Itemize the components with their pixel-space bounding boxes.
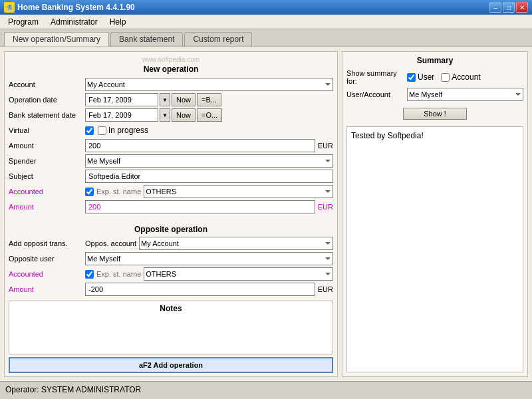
- summary-content: Tested by Softpedia!: [346, 126, 523, 372]
- close-button[interactable]: ✕: [516, 2, 528, 13]
- user-account-label: User/Account: [346, 90, 403, 98]
- show-button[interactable]: Show !: [403, 108, 467, 120]
- title-bar-left: 🏦 Home Banking System 4.4.1.90: [4, 2, 135, 13]
- operation-date-eqb-button[interactable]: =B...: [197, 93, 221, 106]
- amount-currency: EUR: [318, 142, 333, 150]
- tab-bar: New operation/Summary Bank statement Cus…: [0, 29, 532, 47]
- opp-accounted-controls: Exp. st. name OTHERS: [85, 267, 333, 281]
- title-bar: 🏦 Home Banking System 4.4.1.90 – □ ✕: [0, 0, 532, 15]
- accounted-checkbox[interactable]: [85, 188, 94, 196]
- bank-statement-date-row: Bank statement date ▼ Now =O...: [9, 108, 333, 122]
- menu-bar: Program Administrator Help: [0, 15, 532, 29]
- right-panel: Summary Show summary for: User Account U…: [342, 51, 528, 377]
- user-account-select[interactable]: Me Myself: [407, 88, 523, 101]
- tab-new-operation-summary[interactable]: New operation/Summary: [4, 32, 109, 47]
- notes-section: Notes: [9, 301, 333, 354]
- account-checkbox-label: Account: [441, 72, 480, 82]
- opp-accounted-row: Accounted Exp. st. name OTHERS: [9, 267, 333, 281]
- accounted-amount-input[interactable]: [85, 200, 315, 213]
- amount-row: Amount EUR: [9, 139, 333, 152]
- menu-help[interactable]: Help: [104, 16, 132, 28]
- opposite-user-label: Opposite user: [9, 255, 85, 263]
- subject-row: Subject: [9, 170, 333, 183]
- account-row: Account My Account: [9, 78, 333, 91]
- opp-amount-controls: EUR: [85, 283, 333, 296]
- opposite-user-row: Opposite user Me Myself: [9, 252, 333, 265]
- tab-custom-report[interactable]: Custom report: [184, 32, 252, 47]
- app-icon: 🏦: [4, 2, 15, 13]
- user-checkbox[interactable]: [407, 73, 416, 82]
- virtual-checkbox[interactable]: [85, 126, 94, 135]
- subject-input[interactable]: [85, 170, 333, 183]
- accounted-label: Accounted: [9, 188, 85, 196]
- opp-accounted-label: Accounted: [9, 270, 85, 278]
- opp-amount-currency: EUR: [318, 285, 333, 293]
- notes-title: Notes: [12, 304, 330, 313]
- user-label: User: [418, 72, 434, 82]
- opp-exp-st-name-label: Exp. st. name: [96, 270, 141, 278]
- accounted-category-select[interactable]: OTHERS: [144, 185, 333, 198]
- accounted-controls: Exp. st. name OTHERS: [85, 185, 333, 198]
- amount-label: Amount: [9, 142, 85, 150]
- operation-date-controls: ▼ Now =B...: [85, 93, 221, 106]
- in-progress-label: In progress: [98, 126, 148, 135]
- bank-statement-date-controls: ▼ Now =O...: [85, 108, 222, 122]
- summary-text: Tested by Softpedia!: [351, 131, 424, 140]
- opposite-operation-title: Opposite operation: [9, 225, 333, 234]
- spender-row: Spender Me Myself: [9, 154, 333, 168]
- title-bar-buttons: – □ ✕: [489, 2, 528, 13]
- bank-statement-date-dropdown[interactable]: ▼: [160, 108, 170, 122]
- user-checkbox-label: User: [407, 72, 434, 82]
- accounted-row: Accounted Exp. st. name OTHERS: [9, 185, 333, 198]
- account-summary-label: Account: [452, 72, 480, 82]
- operation-date-dropdown[interactable]: ▼: [160, 93, 170, 106]
- account-select[interactable]: My Account: [85, 78, 333, 91]
- operation-date-label: Operation date: [9, 96, 85, 104]
- tab-bank-statement[interactable]: Bank statement: [110, 32, 183, 47]
- show-summary-label: Show summary for:: [346, 69, 403, 85]
- accounted-amount-controls: EUR: [85, 200, 333, 213]
- add-operation-button[interactable]: aF2 Add operation: [9, 357, 333, 373]
- opp-accounted-checkbox[interactable]: [85, 270, 94, 279]
- maximize-button[interactable]: □: [503, 2, 515, 13]
- status-text: Operator: SYSTEM ADMINISTRATOR: [5, 385, 141, 394]
- accounted-amount-label: Amount: [9, 203, 85, 211]
- opp-amount-row: Amount EUR: [9, 283, 333, 296]
- summary-title: Summary: [346, 56, 523, 65]
- watermark: www.softpedia.com: [9, 56, 333, 63]
- minimize-button[interactable]: –: [489, 2, 501, 13]
- subject-label: Subject: [9, 172, 85, 180]
- bank-statement-date-now-button[interactable]: Now: [172, 108, 196, 122]
- accounted-amount-currency: EUR: [318, 203, 333, 211]
- spender-select[interactable]: Me Myself: [85, 154, 333, 168]
- operation-date-input[interactable]: [85, 93, 158, 106]
- add-operation-bar: aF2 Add operation: [9, 354, 333, 373]
- bank-statement-date-input[interactable]: [85, 108, 158, 122]
- main-content: www.softpedia.com New operation Account …: [0, 47, 532, 381]
- bank-statement-date-eqo-button[interactable]: =O...: [197, 108, 222, 122]
- operation-date-row: Operation date ▼ Now =B...: [9, 93, 333, 106]
- menu-program[interactable]: Program: [3, 16, 44, 28]
- amount-controls: EUR: [85, 139, 333, 152]
- menu-administrator[interactable]: Administrator: [45, 16, 103, 28]
- left-panel: www.softpedia.com New operation Account …: [4, 51, 338, 377]
- account-label: Account: [9, 80, 85, 88]
- user-account-row: User/Account Me Myself: [346, 88, 523, 101]
- operation-date-now-button[interactable]: Now: [172, 93, 196, 106]
- virtual-controls: In progress: [85, 126, 148, 135]
- oppos-account-select[interactable]: My Account: [139, 237, 333, 250]
- add-opposit-label: Add opposit trans.: [9, 239, 85, 247]
- in-progress-checkbox[interactable]: [98, 126, 106, 135]
- new-operation-title: New operation: [9, 65, 333, 74]
- spender-label: Spender: [9, 157, 85, 165]
- notes-textarea[interactable]: [12, 316, 330, 349]
- summary-checkbox-group: User Account: [407, 72, 481, 82]
- opp-amount-input[interactable]: [85, 283, 315, 296]
- account-summary-checkbox[interactable]: [441, 73, 450, 82]
- opposite-user-select[interactable]: Me Myself: [85, 252, 333, 265]
- oppos-account-label: Oppos. account: [85, 239, 136, 247]
- add-opposit-row: Add opposit trans. Oppos. account My Acc…: [9, 237, 333, 250]
- virtual-row: Virtual In progress: [9, 124, 333, 137]
- amount-input[interactable]: [85, 139, 315, 152]
- opp-accounted-category-select[interactable]: OTHERS: [144, 267, 333, 281]
